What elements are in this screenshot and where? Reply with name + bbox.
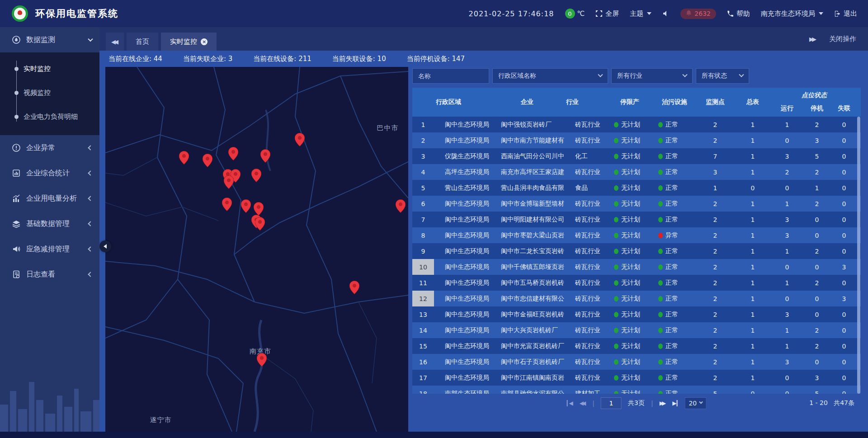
help-button[interactable]: 帮助 <box>727 9 750 18</box>
cell-region: 阆中生态环境局 <box>434 137 490 145</box>
map-pin-7[interactable] <box>251 169 261 182</box>
status-select[interactable]: 所有状态 <box>696 68 749 84</box>
sidebar-item-2[interactable]: 企业综合统计 <box>0 160 99 186</box>
cell-limit-status: 无计划 <box>608 326 652 334</box>
cell-monitor-count: 2 <box>697 358 733 366</box>
table-row[interactable]: 18南部生态环境局南部县驰华水泥有限公建材加工无计划正常50050 <box>412 386 861 394</box>
status-dot-icon <box>614 170 618 175</box>
sidebar-item-0[interactable]: 数据监测 <box>0 27 99 52</box>
region-select[interactable]: 行政区域名称 <box>492 68 608 84</box>
map-pin-16[interactable] <box>257 353 267 367</box>
last-page-button[interactable]: ▶ <box>672 400 677 406</box>
facility-status-text: 正常 <box>665 263 678 271</box>
table-row[interactable]: 5营山生态环境局营山县润丰肉食品有限食品无计划正常10010 <box>412 180 861 196</box>
page-number-input[interactable] <box>601 397 622 409</box>
sidebar-collapse-handle[interactable] <box>99 240 111 252</box>
col-lost: 失联 <box>832 100 856 117</box>
sidebar-item-5[interactable]: 应急减排管理 <box>0 236 99 262</box>
cell-run-count: 3 <box>772 216 802 223</box>
mute-button[interactable] <box>662 10 670 17</box>
page-size-select[interactable]: 20 <box>684 397 706 409</box>
next-page-button[interactable]: ▶▶ <box>660 400 666 406</box>
cell-region: 高坪生态环境局 <box>434 168 490 176</box>
table-row[interactable]: 1阆中生态环境局阆中强锐页岩砖厂砖瓦行业无计划正常21120 <box>412 117 861 132</box>
table-row[interactable]: 8阆中生态环境局阆中市枣碧大梁山页岩砖瓦行业无计划异常21300 <box>412 227 861 243</box>
cell-facility-status: 正常 <box>652 311 697 319</box>
row-number: 4 <box>412 164 434 180</box>
sidebar-subitem-2[interactable]: 企业电力负荷明细 <box>0 105 99 129</box>
row-number: 13 <box>412 306 434 322</box>
first-page-button[interactable]: ◀ <box>567 400 573 406</box>
col-stop: 停机 <box>802 100 832 117</box>
prev-page-button[interactable]: ◀◀ <box>580 400 586 406</box>
col-run: 运行 <box>772 100 802 117</box>
cell-industry: 食品 <box>564 184 608 192</box>
facility-status-text: 正常 <box>665 374 678 382</box>
tabs-scroll-right-button[interactable]: ▶▶ <box>809 36 816 42</box>
col-index <box>412 88 434 117</box>
name-filter-input[interactable] <box>418 72 483 80</box>
table-row[interactable]: 11阆中生态环境局阆中市五马桥页岩机砖砖瓦行业无计划正常21120 <box>412 275 861 291</box>
map-pin-9[interactable] <box>222 198 232 211</box>
fullscreen-button[interactable]: 全屏 <box>595 9 619 18</box>
chart-icon <box>12 194 21 203</box>
cell-run-count: 1 <box>772 343 802 350</box>
map-pin-2[interactable] <box>228 147 238 160</box>
map-pin-8[interactable] <box>224 175 234 189</box>
facility-status-text: 正常 <box>665 279 678 287</box>
table-row[interactable]: 7阆中生态环境局阆中明阳建材有限公司砖瓦行业无计划正常21300 <box>412 212 861 227</box>
table-row[interactable]: 10阆中生态环境局阆中千佛镇五郎垭页岩砖瓦行业无计划正常21003 <box>412 259 861 275</box>
sidebar-item-1[interactable]: 企业异常 <box>0 135 99 160</box>
table-row[interactable]: 9阆中生态环境局阆中市二龙长宝页岩砖砖瓦行业无计划正常21120 <box>412 243 861 259</box>
map-pin-0[interactable] <box>179 151 189 165</box>
map-pin-1[interactable] <box>203 154 212 167</box>
cell-run-count: 3 <box>772 358 802 366</box>
sidebar-item-6[interactable]: 日志查看 <box>0 262 99 287</box>
map-pin-3[interactable] <box>260 149 270 163</box>
map-panel[interactable]: 巴中市南充市遂宁市 <box>105 67 408 432</box>
org-menu[interactable]: 南充市生态环境局 <box>761 9 823 18</box>
theme-button[interactable]: 主题 <box>630 9 651 18</box>
table-row[interactable]: 15阆中生态环境局阆中市光富页岩机砖厂砖瓦行业无计划正常21120 <box>412 338 861 354</box>
cell-stop-count: 0 <box>802 358 832 366</box>
table-row[interactable]: 14阆中生态环境局阆中大兴页岩机砖厂砖瓦行业无计划正常21120 <box>412 322 861 338</box>
table-row[interactable]: 4高坪生态环境局南充市高坪区王家店建砖瓦行业无计划正常31220 <box>412 164 861 180</box>
map-pin-15[interactable] <box>349 281 359 294</box>
sidebar-item-4[interactable]: 基础数据管理 <box>0 211 99 236</box>
tabs-scroll-left-button[interactable]: ◀◀ <box>106 33 124 51</box>
cell-lost-count: 0 <box>832 248 856 255</box>
notification-badge[interactable]: 2632 <box>680 9 716 19</box>
industry-select[interactable]: 所有行业 <box>611 68 693 84</box>
sidebar-item-label: 数据监测 <box>26 35 55 45</box>
cell-lost-count: 0 <box>832 327 856 334</box>
tab-close-icon[interactable]: × <box>201 38 208 45</box>
sidebar-subitem-0[interactable]: 实时监控 <box>0 57 99 81</box>
map-pin-13[interactable] <box>255 217 265 231</box>
chevron-left-icon <box>88 196 93 201</box>
map-pin-10[interactable] <box>241 199 251 213</box>
table-row[interactable]: 3仪陇生态环境局西南油气田分公司川中化工无计划正常71350 <box>412 148 861 164</box>
chevron-down-icon <box>819 12 823 15</box>
cell-run-count: 1 <box>772 327 802 334</box>
table-row[interactable]: 6阆中生态环境局阆中市金博瑞新型墙材砖瓦行业无计划正常21120 <box>412 196 861 212</box>
status-dot-icon <box>658 170 663 175</box>
table-row[interactable]: 16阆中生态环境局阆中市石子页岩机砖厂砖瓦行业无计划正常21300 <box>412 354 861 370</box>
cell-monitor-count: 5 <box>697 390 733 394</box>
table-scrollbar[interactable] <box>857 117 860 394</box>
tab-realtime-monitor[interactable]: 实时监控 × <box>161 33 217 51</box>
facility-status-text: 正常 <box>665 152 678 160</box>
close-operations-button[interactable]: 关闭操作 <box>829 35 856 43</box>
map-pin-4[interactable] <box>295 133 305 146</box>
table-row[interactable]: 12阆中生态环境局阆中市忠信建材有限公砖瓦行业无计划正常21003 <box>412 291 861 306</box>
sidebar-subitem-1[interactable]: 视频监控 <box>0 81 99 105</box>
tab-home[interactable]: 首页 <box>127 33 158 51</box>
sidebar-item-3[interactable]: 企业用电量分析 <box>0 186 99 211</box>
logout-button[interactable]: 退出 <box>834 9 857 18</box>
map-pin-11[interactable] <box>254 202 264 216</box>
cell-monitor-count: 2 <box>697 279 733 287</box>
table-row[interactable]: 17阆中生态环境局阆中市江南镇阆南页岩砖瓦行业无计划正常21030 <box>412 370 861 386</box>
table-row[interactable]: 2阆中生态环境局阆中市南方节能建材有砖瓦行业无计划正常21030 <box>412 132 861 148</box>
cell-facility-status: 异常 <box>652 231 697 240</box>
table-row[interactable]: 13阆中生态环境局阆中市金福旺页岩机砖砖瓦行业无计划正常21300 <box>412 306 861 322</box>
map-pin-14[interactable] <box>396 199 406 213</box>
